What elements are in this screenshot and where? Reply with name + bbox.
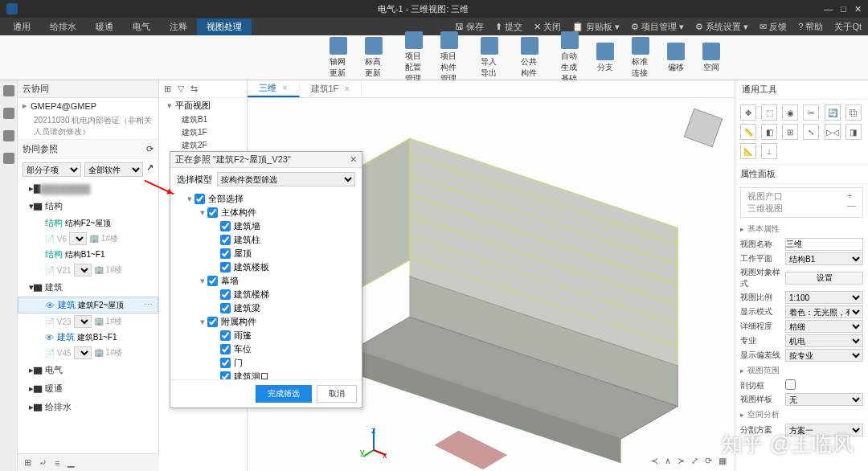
tool-btn-10[interactable]: ▷◁ (825, 124, 841, 140)
dlg-item-0-0[interactable]: 建筑墙 (175, 219, 357, 233)
project-menu[interactable]: ⚙ 项目管理 ▾ (628, 21, 687, 33)
menu-tab-2[interactable]: 暖通 (86, 18, 123, 35)
dlg-item-1-0[interactable]: 建筑楼梯 (175, 288, 357, 301)
tree-item-0-0[interactable]: 结构 结构F2~屋顶 (18, 215, 158, 231)
tool-btn-0[interactable]: ✥ (740, 104, 756, 121)
mid-leaf-1[interactable]: 建筑1F (159, 126, 247, 139)
ref-refresh-icon[interactable]: ⟳ (146, 144, 154, 154)
prop-plus[interactable]: + (847, 190, 856, 200)
tree-folded-2[interactable]: ▸ ▇ 给排水 (18, 398, 158, 416)
tree-item-1-0[interactable]: 👁建筑 建筑F2~屋顶 ⋯ (18, 297, 158, 313)
filter-software-select[interactable]: 全部软件 (84, 162, 143, 177)
tree-folded-1[interactable]: ▸ ▇ 暖通 (18, 379, 158, 398)
menu-tab-4[interactable]: 注释 (160, 18, 197, 35)
nav-next-icon[interactable]: ≻ (678, 456, 685, 466)
dlg-item-2-2[interactable]: 门 (175, 356, 357, 370)
tree-item-1-1[interactable]: 👁建筑 建筑B1~F1 (18, 330, 158, 345)
tool-btn-4[interactable]: 🔄 (825, 104, 841, 121)
mid-leaf-2[interactable]: 建筑2F (159, 139, 247, 152)
tab-close-icon[interactable]: × (344, 84, 349, 93)
view-tab-1[interactable]: 建筑1F × (300, 81, 362, 96)
status-icon-2[interactable]: ⤾ (39, 457, 47, 468)
dialog-cancel-button[interactable]: 取消 (317, 385, 357, 403)
prop-剖切框[interactable] (785, 379, 796, 390)
status-icon-1[interactable]: ⊞ (24, 457, 31, 468)
mid-toggle-icon[interactable]: ⇆ (190, 84, 198, 94)
tool-btn-12[interactable]: 📐 (740, 143, 756, 159)
tool-btn-9[interactable]: ⤡ (803, 124, 819, 140)
tool-btn-5[interactable]: ⿻ (845, 104, 862, 121)
menu-tab-5[interactable]: 视图处理 (197, 18, 252, 35)
menu-tab-0[interactable]: 通用 (3, 18, 40, 35)
rail-icon-doc[interactable] (3, 108, 14, 119)
nav-refresh-icon[interactable]: ⟳ (705, 456, 712, 466)
prop-视图样板[interactable]: 无 (785, 393, 863, 406)
tool-btn-8[interactable]: ⊞ (782, 124, 798, 140)
prop-group[interactable]: 空间分析 (735, 407, 868, 423)
ribbon-cfg[interactable]: 项目配置管理 (397, 30, 431, 86)
dlg-item-2-3[interactable]: 建筑洞口 (175, 370, 357, 379)
rail-icon-home[interactable] (3, 85, 14, 96)
ribbon-grid[interactable]: 轴网更新 (321, 35, 355, 80)
status-icon-3[interactable]: ≡ (55, 458, 59, 468)
prop-视图比例[interactable]: 1:100 (785, 291, 863, 304)
tool-btn-7[interactable]: ◧ (761, 124, 777, 140)
minimize-button[interactable]: — (824, 4, 833, 14)
ribbon-off[interactable]: 偏移 (659, 41, 693, 75)
tree-group-1[interactable]: ▾ ▇ 建筑 (18, 278, 158, 297)
dlg-group-1[interactable]: ▾幕墙 (175, 274, 357, 288)
eye-icon[interactable]: 👁 (45, 333, 54, 342)
dlg-item-0-1[interactable]: 建筑柱 (175, 233, 357, 247)
dlg-group-0[interactable]: ▾主体构件 (175, 206, 357, 219)
dlg-item-0-2[interactable]: 屋顶 (175, 247, 357, 260)
rail-icon-layers[interactable] (3, 130, 14, 141)
prop-分割方案[interactable]: 方案一 (785, 424, 863, 436)
dlg-item-1-1[interactable]: 建筑梁 (175, 301, 357, 315)
prop-显示模式[interactable]: 着色：无光照，有材质 (785, 305, 863, 318)
ribbon-link[interactable]: 标准连接 (624, 35, 657, 80)
ribbon-pub[interactable]: 公共构件 (513, 35, 547, 80)
dialog-close-icon[interactable]: ✕ (350, 154, 357, 165)
close-button[interactable]: ✕ (854, 4, 862, 14)
system-menu[interactable]: ⚙ 系统设置 ▾ (692, 21, 751, 33)
subproject-row[interactable]: 20211030 机电内部验证（非相关人员请勿修改） (18, 113, 158, 139)
help-button[interactable]: ? 帮助 (795, 21, 826, 33)
menu-tab-1[interactable]: 给排水 (40, 18, 86, 35)
status-icon-4[interactable]: ▁ (68, 457, 74, 468)
expand-icon[interactable]: ↗ (146, 162, 154, 177)
ribbon-io[interactable]: 导入导出 (473, 35, 506, 80)
nav-grid-icon[interactable]: ▦ (719, 456, 727, 466)
tree-group-0[interactable]: ▾ ▇ 结构 (18, 197, 158, 215)
ribbon-comp[interactable]: 项目构件管理 (432, 30, 466, 86)
mid-root[interactable]: ▾平面视图 (159, 98, 247, 113)
dlg-item-0-3[interactable]: 建筑楼板 (175, 260, 357, 274)
dialog-ok-button[interactable]: 完成筛选 (256, 385, 312, 403)
mid-filter-icon[interactable]: ⊞ (164, 84, 171, 94)
prop-group[interactable]: 基本属性 (735, 221, 868, 237)
mid-leaf-0[interactable]: 建筑B1 (159, 113, 247, 126)
nav-prev-icon[interactable]: ≺ (651, 456, 658, 466)
prop-详细程度[interactable]: 精细 (785, 320, 863, 333)
feedback-button[interactable]: ✉ 反馈 (756, 21, 790, 33)
tool-btn-11[interactable]: ◨ (845, 124, 862, 140)
dlg-root[interactable]: ▾全部选择 (175, 192, 357, 206)
prop-group[interactable]: 视图范围 (735, 362, 868, 379)
tab-close-icon[interactable]: × (282, 83, 287, 92)
dialog-filter-select[interactable]: 按构件类型筛选 (217, 172, 355, 186)
about-button[interactable]: 关于Qt (831, 21, 865, 33)
prop-视图名称[interactable] (785, 238, 863, 251)
prop-显示偏差线[interactable]: 按专业 (785, 349, 863, 362)
tool-btn-1[interactable]: ⬚ (761, 104, 777, 121)
prop-视图对象样式[interactable]: 设置 (785, 272, 863, 285)
dlg-group-2[interactable]: ▾附属构件 (175, 315, 357, 329)
filter-scope-select[interactable]: 部分子项 (23, 162, 81, 177)
dlg-item-2-1[interactable]: 车位 (175, 342, 357, 356)
view-tab-0[interactable]: 三维 × (248, 80, 300, 97)
nav-up-icon[interactable]: ∧ (665, 456, 671, 466)
prop-专业[interactable]: 机电 (785, 334, 863, 347)
tool-btn-3[interactable]: ✂ (803, 104, 819, 121)
project-row[interactable]: ▸GMEP4@GMEP (18, 98, 158, 113)
ribbon-split[interactable]: 分支 (588, 41, 622, 75)
tool-btn-13[interactable]: ⟂ (761, 143, 777, 159)
tool-btn-2[interactable]: ◉ (782, 104, 798, 121)
